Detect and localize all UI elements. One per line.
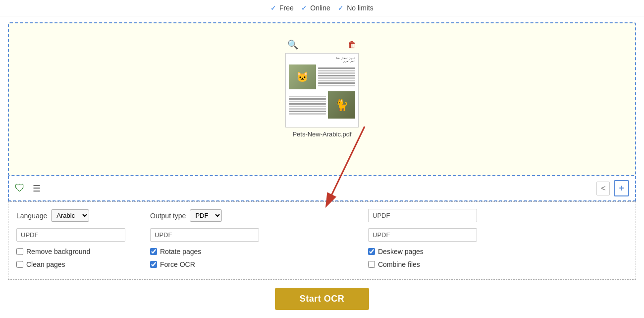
updf-input-4[interactable] (368, 228, 477, 242)
shield-icon: 🛡 (15, 183, 25, 194)
force-ocr-label[interactable]: Force OCR (160, 260, 195, 268)
updf-input-2[interactable] (16, 228, 125, 242)
main-wrapper: 🔍 🗑 عنوان المقال هناالنص العربي 🐱 (8, 22, 636, 310)
rotate-pages-group: Rotate pages (150, 248, 358, 255)
col-checkboxes-1: Remove background Clean pages (16, 248, 140, 268)
delete-button[interactable]: 🗑 (346, 38, 359, 51)
deskew-pages-label[interactable]: Deskew pages (378, 248, 424, 255)
file-icons-row: 🔍 🗑 (285, 38, 359, 51)
check-3: ✓ (338, 4, 344, 12)
col-language: Language Arabic English French (16, 209, 140, 222)
label-nolimits: No limits (347, 4, 374, 12)
deskew-pages-checkbox[interactable] (368, 248, 375, 255)
combine-files-label[interactable]: Combine files (378, 260, 420, 268)
clean-pages-label[interactable]: Clean pages (26, 260, 65, 268)
col-checkboxes-2: Rotate pages Force OCR (150, 248, 358, 268)
file-preview: 🔍 🗑 عنوان المقال هناالنص العربي 🐱 (285, 38, 359, 138)
force-ocr-checkbox[interactable] (150, 261, 157, 268)
main-container: 🔍 🗑 عنوان المقال هناالنص العربي 🐱 (0, 16, 644, 318)
check-1: ✓ (270, 4, 276, 12)
zoom-button[interactable]: 🔍 (285, 38, 300, 51)
combine-files-group: Combine files (368, 260, 628, 268)
language-select[interactable]: Arabic English French (51, 209, 89, 222)
clean-pages-checkbox[interactable] (16, 261, 23, 268)
clean-pages-group: Clean pages (16, 260, 140, 268)
combine-files-checkbox[interactable] (368, 261, 375, 268)
rotate-pages-label[interactable]: Rotate pages (160, 248, 201, 255)
col-updf-1 (368, 209, 628, 222)
options-section: Language Arabic English French Output ty… (8, 201, 636, 280)
updf-input-3[interactable] (150, 228, 259, 242)
pdf-thumbnail: عنوان المقال هناالنص العربي 🐱 (285, 53, 359, 127)
chevron-left-button[interactable]: < (596, 182, 610, 195)
col-output-type: Output type PDF Word Text (150, 209, 358, 222)
output-type-label: Output type (150, 212, 186, 220)
label-online: Online (310, 4, 330, 12)
filename-label: Pets-New-Arabic.pdf (292, 130, 351, 138)
force-ocr-group: Force OCR (150, 260, 358, 268)
check-2: ✓ (301, 4, 307, 12)
list-icon: ☰ (33, 183, 41, 194)
col-checkboxes-3: Deskew pages Combine files (368, 248, 628, 268)
thumb-header: عنوان المقال هناالنص العربي (289, 57, 355, 63)
remove-background-checkbox[interactable] (16, 248, 23, 255)
rotate-pages-checkbox[interactable] (150, 248, 157, 255)
col-updf-3 (150, 228, 358, 242)
remove-background-label[interactable]: Remove background (26, 248, 90, 255)
upload-zone[interactable]: 🔍 🗑 عنوان المقال هناالنص العربي 🐱 (8, 22, 636, 176)
bottom-toolbar: 🛡 ☰ < + (8, 176, 636, 201)
label-free: Free (279, 4, 294, 12)
language-label: Language (16, 212, 47, 220)
add-file-button[interactable]: + (614, 180, 629, 196)
col-updf-2 (16, 228, 140, 242)
top-bar: ✓ Free ✓ Online ✓ No limits (0, 0, 644, 16)
updf-input-1[interactable] (368, 209, 477, 222)
start-ocr-button[interactable]: Start OCR (275, 288, 370, 310)
col-updf-4 (368, 228, 628, 242)
toolbar-right: < + (596, 180, 629, 196)
remove-background-group: Remove background (16, 248, 140, 255)
output-type-select[interactable]: PDF Word Text (190, 209, 222, 222)
deskew-pages-group: Deskew pages (368, 248, 628, 255)
